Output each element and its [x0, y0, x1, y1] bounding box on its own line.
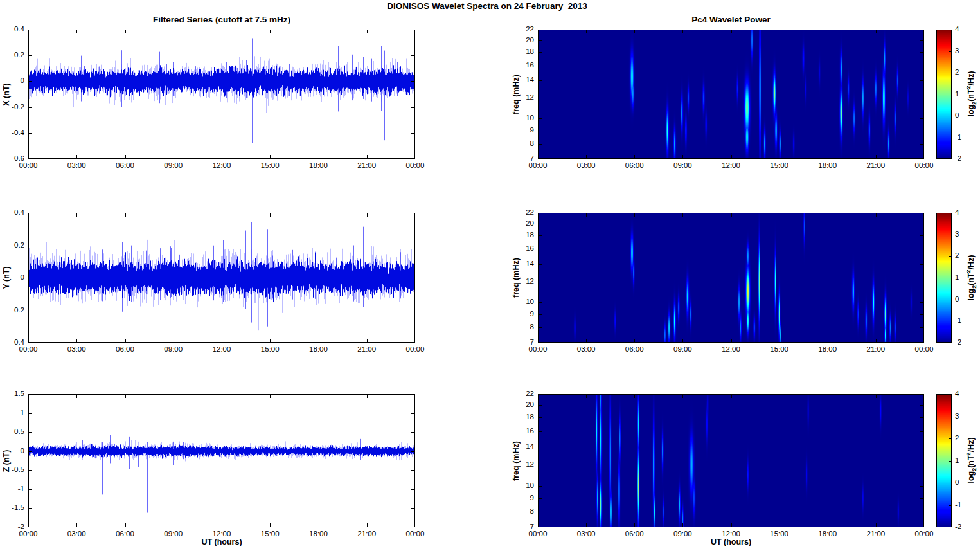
- x-tick-label: 00:00: [517, 161, 558, 169]
- y-tick-label: 22: [501, 25, 534, 33]
- colorbar-tick-label: 3: [955, 230, 974, 238]
- y-tick-label: -1.5: [0, 503, 24, 511]
- x-tick-label: 12:00: [711, 530, 752, 537]
- y-tick-label: -0.5: [0, 465, 24, 473]
- colorbar-y: 43210-1-2: [936, 213, 952, 343]
- x-tick-label: 06:00: [105, 345, 146, 353]
- x-tick-label: 21:00: [346, 530, 388, 537]
- colorbar-y-canvas: [936, 213, 952, 343]
- colorbar-x-label: log2(nT2/Hz): [963, 55, 974, 132]
- filtered-series-title: Filtered Series (cutoff at 7.5 mHz): [28, 15, 415, 24]
- y-tick-label: 14: [501, 260, 534, 267]
- colorbar-z-canvas: [936, 394, 952, 527]
- y-tick-label: 8: [501, 323, 534, 330]
- y-tick-label: 0.4: [0, 25, 24, 33]
- y-tick-label: 0.2: [0, 241, 24, 249]
- x-tick-label: 15:00: [759, 161, 800, 169]
- x-tick-label: 00:00: [904, 530, 945, 537]
- y-tick-label: 22: [501, 390, 534, 397]
- x-tick-label: 12:00: [201, 530, 242, 537]
- figure-title: DIONISOS Wavelet Spectra on 24 February …: [0, 1, 974, 11]
- y-tick-label: 0: [0, 273, 24, 281]
- colorbar-y-label: log2(nT2/Hz): [963, 239, 974, 316]
- colorbar-tick-label: 4: [955, 208, 974, 216]
- x-tick-label: 00:00: [8, 345, 49, 353]
- y-tick-label: 20: [501, 219, 534, 227]
- y-tick-label: 16: [501, 244, 534, 252]
- wavelet-spectra-figure: DIONISOS Wavelet Spectra on 24 February …: [0, 0, 980, 549]
- y-tick-label: -0.2: [0, 103, 24, 111]
- timeseries-x-ylabel: X (nT): [1, 56, 12, 133]
- y-tick-label: 16: [501, 427, 534, 435]
- x-tick-label: 00:00: [8, 161, 49, 169]
- x-tick-label: 18:00: [807, 161, 848, 169]
- x-tick-label: 00:00: [395, 161, 436, 169]
- x-tick-label: 00:00: [395, 530, 436, 537]
- x-tick-label: 15:00: [249, 530, 290, 537]
- x-tick-label: 06:00: [614, 345, 655, 353]
- timeseries-y-canvas: [28, 213, 415, 343]
- y-tick-label: 9: [501, 310, 534, 318]
- colorbar-tick-label: 4: [955, 25, 974, 33]
- y-tick-label: 20: [501, 36, 534, 44]
- x-tick-label: 06:00: [614, 161, 655, 169]
- y-tick-label: -2: [0, 523, 24, 530]
- x-tick-label: 21:00: [346, 345, 388, 353]
- timeseries-y-plot: Y (nT) 00:0003:0006:0009:0012:0015:0018:…: [28, 213, 415, 343]
- x-tick-label: 15:00: [249, 345, 290, 353]
- y-tick-label: 0: [0, 447, 24, 455]
- colorbar-tick-label: 3: [955, 412, 974, 420]
- x-tick-label: 21:00: [855, 161, 896, 169]
- spectrogram-z-plot: freq (mHz) 00:0003:0006:0009:0012:0015:0…: [538, 394, 924, 527]
- y-tick-label: 16: [501, 61, 534, 69]
- x-tick-label: 18:00: [298, 530, 339, 537]
- x-tick-label: 03:00: [566, 530, 607, 537]
- x-tick-label: 00:00: [517, 530, 558, 537]
- spectrogram-x-canvas: [538, 30, 924, 159]
- x-tick-label: 03:00: [566, 161, 607, 169]
- y-tick-label: 1.5: [0, 390, 24, 397]
- x-tick-label: 03:00: [56, 530, 97, 537]
- y-tick-label: 12: [501, 460, 534, 468]
- y-tick-label: 9: [501, 494, 534, 501]
- x-tick-label: 06:00: [105, 161, 146, 169]
- colorbar-tick-label: -1: [955, 133, 974, 141]
- y-tick-label: 8: [501, 140, 534, 147]
- colorbar-x: 43210-1-2: [936, 30, 952, 159]
- y-tick-label: 1: [0, 409, 24, 417]
- timeseries-z-plot: Z (nT) 00:0003:0006:0009:0012:0015:0018:…: [28, 394, 415, 527]
- timeseries-x-plot: X (nT) 00:0003:0006:0009:0012:0015:0018:…: [28, 30, 415, 159]
- y-tick-label: 0.4: [0, 208, 24, 216]
- right-x-axis-label: UT (hours): [538, 537, 924, 546]
- x-tick-label: 00:00: [8, 530, 49, 537]
- y-tick-label: 0.5: [0, 428, 24, 435]
- spectrogram-y-plot: freq (mHz) 00:0003:0006:0009:0012:0015:0…: [538, 213, 924, 343]
- colorbar-tick-label: 4: [955, 390, 974, 397]
- x-tick-label: 09:00: [662, 530, 703, 537]
- x-tick-label: 18:00: [807, 530, 848, 537]
- x-tick-label: 00:00: [395, 345, 436, 353]
- timeseries-z-canvas: [28, 394, 415, 527]
- y-tick-label: -0.4: [0, 338, 24, 346]
- x-tick-label: 12:00: [201, 161, 242, 169]
- x-tick-label: 15:00: [759, 345, 800, 353]
- colorbar-tick-label: -1: [955, 501, 974, 509]
- colorbar-x-canvas: [936, 30, 952, 159]
- y-tick-label: 12: [501, 93, 534, 101]
- x-tick-label: 00:00: [517, 345, 558, 353]
- x-tick-label: 06:00: [614, 530, 655, 537]
- timeseries-x-canvas: [28, 30, 415, 159]
- y-tick-label: 20: [501, 401, 534, 408]
- y-tick-label: 10: [501, 298, 534, 305]
- colorbar-z: 43210-1-2: [936, 394, 952, 527]
- y-tick-label: 12: [501, 277, 534, 285]
- x-tick-label: 06:00: [105, 530, 146, 537]
- colorbar-tick-label: -2: [955, 338, 974, 346]
- x-tick-label: 09:00: [662, 345, 703, 353]
- x-tick-label: 15:00: [759, 530, 800, 537]
- x-tick-label: 09:00: [153, 161, 194, 169]
- x-tick-label: 09:00: [153, 530, 194, 537]
- pc4-wavelet-power-title: Pc4 Wavelet Power: [538, 15, 924, 24]
- y-tick-label: -0.4: [0, 129, 24, 136]
- colorbar-tick-label: -2: [955, 154, 974, 162]
